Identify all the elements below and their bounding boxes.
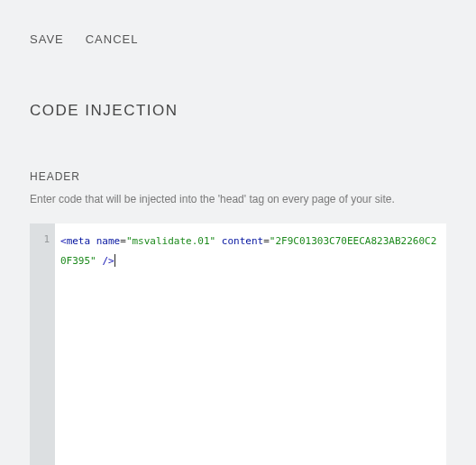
cancel-button[interactable]: CANCEL <box>86 32 139 46</box>
code-token-self-close: /> <box>102 255 114 267</box>
code-token-attr-content: content <box>222 235 263 247</box>
header-code-editor[interactable]: 1 <meta name="msvalidate.01" content="2F… <box>30 223 446 465</box>
header-section-label: HEADER <box>30 170 446 183</box>
code-token-attr-name: name <box>96 235 121 247</box>
page-title: CODE INJECTION <box>0 46 476 120</box>
header-section-help: Enter code that will be injected into th… <box>30 192 446 207</box>
editor-code-area[interactable]: <meta name="msvalidate.01" content="2F9C… <box>55 223 446 465</box>
code-token-tag: meta <box>67 235 91 247</box>
editor-cursor <box>114 254 115 267</box>
top-toolbar: SAVE CANCEL <box>0 0 476 46</box>
code-token-open-angle: < <box>60 235 67 247</box>
gutter-line-number: 1 <box>30 232 55 248</box>
code-token-name-value: "msvalidate.01" <box>126 235 215 247</box>
code-token-eq: = <box>120 235 126 247</box>
editor-gutter: 1 <box>30 223 55 465</box>
save-button[interactable]: SAVE <box>30 32 64 46</box>
code-token-eq2: = <box>263 235 270 247</box>
header-section: HEADER Enter code that will be injected … <box>0 120 476 207</box>
